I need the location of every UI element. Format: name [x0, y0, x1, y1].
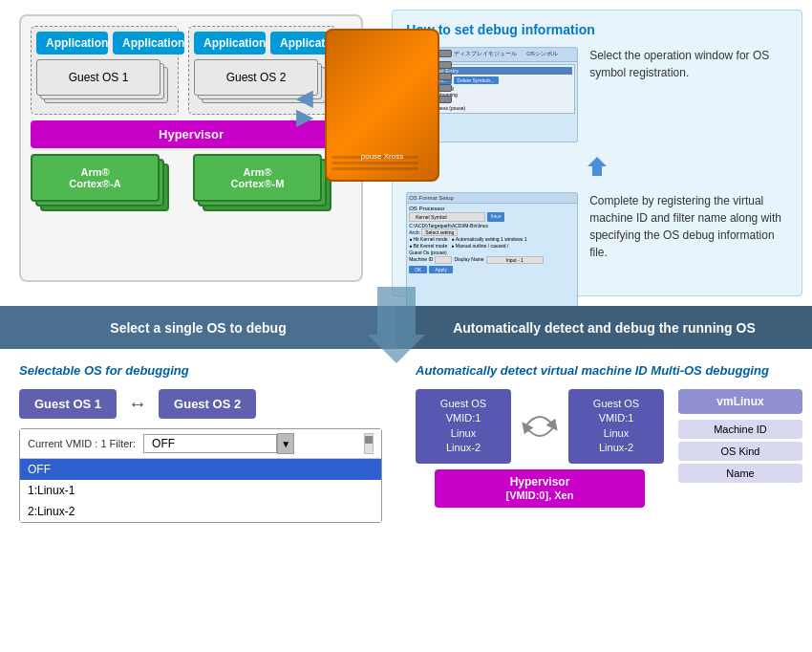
guest-os-2-button[interactable]: Guest OS 2: [159, 389, 256, 419]
info-rows: Machine ID OS Kind Name: [678, 420, 802, 483]
down-arrow: [406, 152, 788, 185]
machine-id-row: Machine ID: [678, 420, 802, 439]
double-arrow-icon: ↔: [128, 393, 147, 415]
cpu-a-label: Arm®Cortex®-A: [31, 154, 160, 202]
divider-right-text: Automatically detect and debug the runni…: [453, 320, 756, 336]
filter-value-display[interactable]: OFF: [143, 434, 277, 453]
filter-box: Current VMID : 1 Filter: OFF ▼ OFF 1:Lin…: [19, 428, 382, 523]
section-title-left: Selectable OS for debugging: [19, 363, 377, 378]
bottom-section: Selectable OS for debugging Guest OS 1 ↔…: [0, 349, 812, 652]
device-ports: [438, 50, 452, 103]
app-button-2[interactable]: Application: [113, 32, 184, 54]
filter-header: Current VMID : 1 Filter: OFF ▼: [20, 429, 381, 459]
guest-os-1-label: Guest OS 1: [36, 59, 160, 96]
guest-box-1: Guest OSVMID:1LinuxLinux-2: [416, 389, 511, 464]
filter-options: OFF 1:Linux-1 2:Linux-2: [20, 459, 381, 522]
filter-dropdown-wrapper[interactable]: OFF ▼: [143, 433, 294, 454]
device-logo-text: pouse Xross: [327, 152, 438, 161]
divider-left-text: Select a single OS to debug: [110, 320, 286, 336]
section-title-right: Automatically detect virtual machine ID …: [416, 363, 793, 378]
vmlinux-section: vmLinux Machine ID OS Kind Name: [678, 389, 802, 483]
port-5: [438, 96, 452, 103]
os-selector: Guest OS 1 ↔ Guest OS 2: [19, 389, 377, 419]
cycle-arrows: [521, 402, 559, 450]
filter-dropdown-arrow[interactable]: ▼: [277, 433, 294, 454]
vmlinux-label: vmLinux: [678, 389, 802, 414]
os-kind-row: OS Kind: [678, 442, 802, 461]
svg-marker-0: [588, 157, 607, 176]
guest-2-wrapper: Guest OSVMID:1LinuxLinux-2: [568, 389, 664, 464]
device-arrow-right: ▶: [296, 105, 312, 130]
filter-section: Current VMID : 1 Filter: OFF ▼ OFF 1:Lin…: [19, 428, 377, 523]
port-2: [438, 61, 452, 69]
filter-option-1[interactable]: 1:Linux-1: [20, 480, 381, 501]
info-text-2: Complete by registering the virtual mach…: [589, 192, 788, 307]
guest-boxes-row: Guest OSVMID:1LinuxLinux-2: [416, 389, 664, 464]
guest-os-1-button[interactable]: Guest OS 1: [19, 389, 117, 419]
divider-right: Automatically detect and debug the runni…: [396, 306, 812, 349]
port-3: [438, 73, 452, 80]
app-button-1[interactable]: Application: [36, 32, 108, 54]
diagram-container: Application Application Guest OS 1 Appli…: [19, 14, 363, 282]
info-text-1: Select the operation window for OS symbo…: [589, 47, 788, 142]
info-content-1: ディスプレイディスプレイモジュールOSシンボル OS Symbol Entry …: [406, 47, 788, 142]
filter-option-off[interactable]: OFF: [20, 459, 381, 480]
guest-1-wrapper: Guest OSVMID:1LinuxLinux-2: [416, 389, 511, 464]
info-content-2: OS Format Setup OS Processor Kernel Symb…: [406, 192, 788, 307]
bottom-left: Selectable OS for debugging Guest OS 1 ↔…: [0, 349, 396, 652]
cpu-row: Arm®Cortex®-A Arm®Cortex®-M: [31, 154, 352, 216]
divider-section: Select a single OS to debug Automaticall…: [0, 306, 812, 349]
multi-os-layout: Guest OSVMID:1LinuxLinux-2: [416, 389, 793, 508]
cpu-m-label: Arm®Cortex®-M: [193, 154, 322, 202]
app-button-3[interactable]: Application: [194, 32, 266, 54]
guest-box-2: Guest OSVMID:1LinuxLinux-2: [568, 389, 664, 464]
bottom-right: Automatically detect virtual machine ID …: [396, 349, 812, 652]
device-image: pouse Xross ◀ ▶: [325, 29, 439, 182]
svg-marker-1: [368, 287, 425, 363]
filter-label: Current VMID : 1 Filter:: [28, 438, 136, 449]
name-row: Name: [678, 464, 802, 483]
scroll-thumb: [365, 436, 373, 444]
divider-left: Select a single OS to debug: [0, 306, 396, 349]
scrollbar[interactable]: [364, 433, 374, 454]
hypervisor-diagram: Guest OSVMID:1LinuxLinux-2: [416, 389, 664, 508]
port-1: [438, 50, 452, 57]
screenshot-2: OS Format Setup OS Processor Kernel Symb…: [406, 192, 578, 307]
device-body: pouse Xross: [325, 29, 439, 182]
hypervisor-small-label: Hypervisor[VMID:0], Xen: [435, 469, 645, 508]
filter-option-2[interactable]: 2:Linux-2: [20, 501, 381, 522]
port-4: [438, 84, 452, 92]
divider-arrow-up: [368, 287, 425, 367]
top-section: Application Application Guest OS 1 Appli…: [0, 0, 812, 306]
info-title: How to set debug information: [406, 22, 788, 37]
info-box: How to set debug information ディスプレイディスプレ…: [392, 10, 802, 296]
